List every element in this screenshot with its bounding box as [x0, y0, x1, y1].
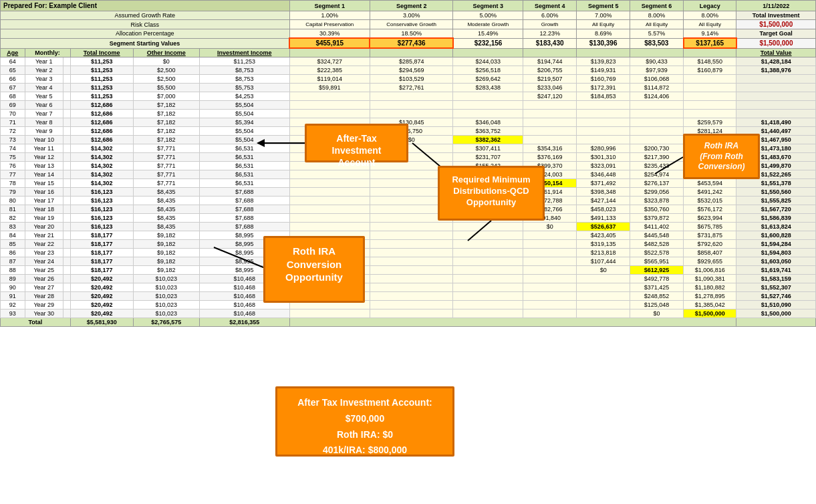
- table-cell: $7,688: [199, 187, 289, 196]
- table-cell: $269,642: [453, 74, 523, 83]
- table-cell: $222,385: [289, 66, 370, 74]
- monthly-col-header: Monthly:: [25, 48, 70, 57]
- seg4-growth: 6.00%: [523, 11, 577, 20]
- table-cell: 72: [1, 126, 25, 135]
- table-cell: [289, 170, 370, 178]
- table-cell: $8,435: [133, 196, 199, 205]
- table-cell: [630, 100, 684, 109]
- table-cell: [523, 239, 577, 248]
- table-cell: $6,531: [199, 170, 289, 178]
- table-cell: [370, 300, 452, 309]
- table-cell: $149,931: [577, 66, 630, 74]
- table-cell: $0: [577, 265, 630, 274]
- table-cell: [523, 274, 577, 283]
- table-cell: Year 18: [25, 205, 63, 213]
- seg6-header: Segment 6: [630, 1, 684, 11]
- table-cell: 85: [1, 239, 25, 248]
- seg5-growth: 7.00%: [577, 11, 630, 20]
- table-cell: Year 14: [25, 170, 63, 178]
- table-cell: Year 10: [25, 135, 63, 144]
- table-cell: $445,548: [630, 231, 684, 239]
- table-cell: $9,182: [133, 257, 199, 265]
- table-cell: $9,182: [133, 248, 199, 257]
- table-cell: [63, 222, 70, 231]
- table-cell: $324,727: [289, 57, 370, 66]
- table-cell: $184,853: [577, 92, 630, 100]
- table-cell: $423,405: [577, 231, 630, 239]
- table-cell: [453, 231, 523, 239]
- table-cell: $363,752: [453, 126, 523, 135]
- table-cell: 65: [1, 66, 25, 74]
- table-cell: $14,302: [70, 161, 133, 170]
- table-cell: [63, 257, 70, 265]
- table-cell: [453, 100, 523, 109]
- risk-class-label: Risk Class: [1, 20, 290, 29]
- table-cell: Year 12: [25, 152, 63, 161]
- table-cell: [63, 100, 70, 109]
- table-cell: [63, 274, 70, 283]
- table-cell: $1,551,378: [736, 178, 816, 187]
- table-cell: [63, 248, 70, 257]
- table-cell: $294,569: [370, 66, 452, 74]
- table-cell: Year 20: [25, 222, 63, 231]
- table-cell: [63, 300, 70, 309]
- table-cell: $371,492: [577, 178, 630, 187]
- roth-conversion-box: Roth IRAConversionOpportunity: [263, 236, 365, 303]
- date-header: 1/11/2022: [736, 1, 816, 11]
- table-cell: $11,253: [70, 66, 133, 74]
- table-cell: $233,046: [523, 83, 577, 92]
- main-container: Prepared For: Example Client Segment 1 S…: [0, 0, 816, 504]
- legacy-risk: All Equity: [684, 20, 736, 29]
- table-cell: $5,500: [133, 83, 199, 92]
- table-cell: $1,613,824: [736, 222, 816, 231]
- table-cell: [577, 109, 630, 118]
- table-cell: $231,707: [453, 152, 523, 161]
- table-cell: [63, 213, 70, 222]
- table-cell: $11,253: [70, 83, 133, 92]
- total-income-header: Total Income: [70, 48, 133, 57]
- table-cell: Year 2: [25, 66, 63, 74]
- table-cell: [577, 291, 630, 300]
- table-cell: [63, 170, 70, 178]
- table-cell: [370, 257, 452, 265]
- table-cell: Year 21: [25, 231, 63, 239]
- table-cell: $576,172: [684, 205, 736, 213]
- table-cell: $16,123: [70, 213, 133, 222]
- table-cell: $453,594: [684, 178, 736, 187]
- table-cell: $5,394: [199, 118, 289, 126]
- table-cell: Year 11: [25, 144, 63, 152]
- table-cell: $9,182: [133, 265, 199, 274]
- table-cell: $235,433: [630, 161, 684, 170]
- table-cell: $1,418,490: [736, 118, 816, 126]
- target-goal-value: $1,500,000: [736, 38, 816, 48]
- table-cell: $7,182: [133, 100, 199, 109]
- age-col-header: Age: [1, 48, 25, 57]
- totals-label: Total: [1, 318, 71, 326]
- legacy-alloc: 9.14%: [684, 29, 736, 39]
- table-cell: [453, 109, 523, 118]
- table-cell: $623,994: [684, 213, 736, 222]
- table-cell: [453, 257, 523, 265]
- table-cell: [736, 74, 816, 83]
- table-cell: Year 19: [25, 213, 63, 222]
- seg4-data-header: [523, 48, 577, 57]
- seg6-risk: All Equity: [630, 20, 684, 29]
- table-cell: $376,169: [523, 152, 577, 161]
- table-cell: $1,552,307: [736, 283, 816, 291]
- table-cell: [577, 300, 630, 309]
- table-cell: $114,872: [630, 83, 684, 92]
- table-cell: [736, 92, 816, 100]
- seg2-start: $277,436: [370, 38, 452, 48]
- table-cell: [523, 126, 577, 135]
- table-cell: $1,510,090: [736, 300, 816, 309]
- table-cell: $458,023: [577, 205, 630, 213]
- table-cell: [289, 178, 370, 187]
- table-cell: $194,744: [523, 57, 577, 66]
- table-cell: $427,144: [577, 196, 630, 205]
- table-cell: [630, 118, 684, 126]
- table-cell: [453, 274, 523, 283]
- table-cell: [630, 126, 684, 135]
- table-cell: $14,302: [70, 170, 133, 178]
- table-cell: Year 13: [25, 161, 63, 170]
- table-cell: Year 28: [25, 291, 63, 300]
